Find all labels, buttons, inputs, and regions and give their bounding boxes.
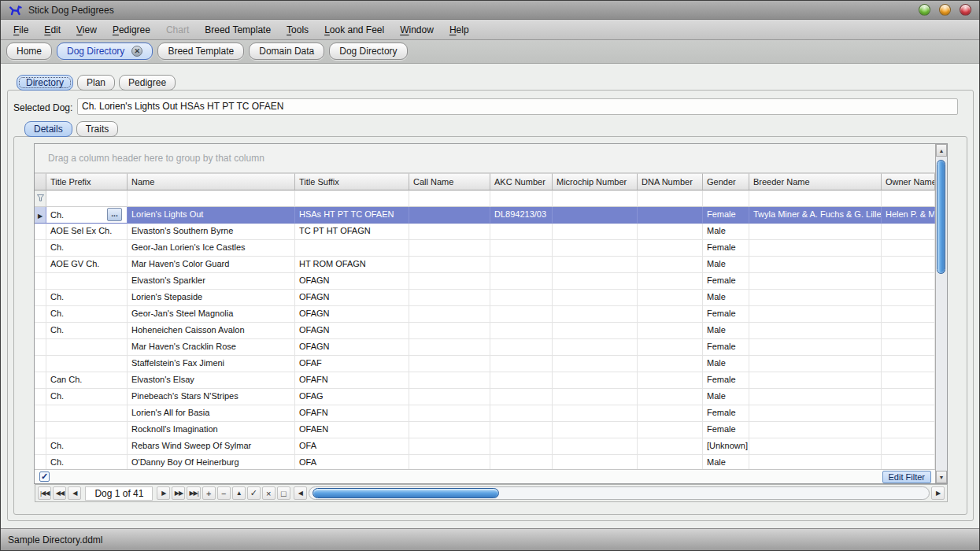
cell-akc-number[interactable] [490, 389, 553, 405]
cell-call-name[interactable] [409, 438, 490, 455]
cell-name[interactable]: Hoheneichen Caisson Avalon [128, 323, 295, 339]
tab-domain-data[interactable]: Domain Data [249, 43, 324, 60]
menu-edit[interactable]: Edit [36, 22, 68, 38]
cell-akc-number[interactable] [490, 372, 553, 389]
table-row[interactable]: Mar Haven's Cracklin RoseOFAGNFemale [35, 339, 935, 356]
cell-title-prefix[interactable]: Ch. [46, 306, 128, 323]
cell-akc-number[interactable] [490, 290, 553, 306]
cell-title-prefix[interactable]: Ch. [46, 389, 128, 405]
cell-microchip-number[interactable] [553, 438, 638, 455]
cell-call-name[interactable] [409, 422, 490, 438]
menu-window[interactable]: Window [392, 22, 442, 38]
horizontal-scroll-thumb[interactable] [312, 488, 499, 498]
cell-microchip-number[interactable] [553, 257, 638, 273]
selected-dog-field[interactable]: Ch. Lorien's Lights Out HSAs HT PT TC OF… [77, 98, 958, 115]
cell-dna-number[interactable] [638, 422, 703, 438]
nav-stop-icon[interactable]: □ [277, 486, 290, 500]
menu-file[interactable]: File [6, 22, 36, 38]
cell-title-prefix[interactable] [46, 405, 128, 422]
table-row[interactable]: AOE Sel Ex Ch.Elvaston's Southern ByrneT… [35, 224, 935, 240]
column-header-title-suffix[interactable]: Title Suffix [295, 173, 409, 190]
table-row[interactable]: Rocknoll's ImaginationOFAENFemale [35, 422, 935, 438]
cell-name[interactable]: Rocknoll's Imagination [128, 422, 295, 438]
tab-home[interactable]: Home [6, 43, 52, 60]
cell-title-suffix[interactable]: TC PT HT OFAGN [295, 224, 409, 240]
cell-microchip-number[interactable] [553, 207, 638, 224]
cell-title-prefix[interactable]: AOE GV Ch. [46, 257, 128, 273]
cell-breeder-name[interactable] [749, 455, 882, 469]
cell-breeder-name[interactable] [749, 323, 882, 339]
table-row[interactable]: ▶Ch....Lorien's Lights OutHSAs HT PT TC … [35, 207, 935, 224]
column-header-dna-number[interactable]: DNA Number [638, 173, 703, 190]
cell-dna-number[interactable] [638, 306, 703, 323]
cell-call-name[interactable] [409, 224, 490, 240]
cell-title-suffix[interactable] [295, 240, 409, 257]
cell-akc-number[interactable]: DL894213/03 [490, 207, 553, 224]
cell-name[interactable]: Pinebeach's Stars N'Stripes [128, 389, 295, 405]
ellipsis-button[interactable]: ... [107, 208, 122, 221]
cell-title-prefix[interactable]: Ch. [46, 438, 128, 455]
cell-title-prefix[interactable] [46, 356, 128, 372]
menu-chart[interactable]: Chart [158, 22, 197, 38]
cell-akc-number[interactable] [490, 422, 553, 438]
filter-cell-akc-number[interactable] [490, 190, 553, 207]
table-row[interactable]: Ch.Rebars Wind Sweep Of SylmarOFA[Unknow… [35, 438, 935, 455]
cell-microchip-number[interactable] [553, 306, 638, 323]
cell-gender[interactable]: Male [703, 224, 749, 240]
cell-breeder-name[interactable] [749, 306, 882, 323]
horizontal-scroll-track[interactable] [309, 486, 930, 500]
cell-dna-number[interactable] [638, 389, 703, 405]
filter-cell-dna-number[interactable] [638, 190, 703, 207]
table-row[interactable]: Ch.O'Danny Boy Of HeinerburgOFAMale [35, 455, 935, 469]
cell-owner-name[interactable] [882, 389, 935, 405]
tab-breed-template[interactable]: Breed Template [157, 43, 244, 60]
cell-akc-number[interactable] [490, 306, 553, 323]
scroll-down-icon[interactable]: ▼ [936, 471, 947, 483]
cell-title-suffix[interactable]: OFAGN [295, 323, 409, 339]
cell-microchip-number[interactable] [553, 455, 638, 469]
tab-pedigree[interactable]: Pedigree [119, 75, 176, 91]
cell-dna-number[interactable] [638, 323, 703, 339]
column-header-name[interactable]: Name [128, 173, 295, 190]
cell-owner-name[interactable] [882, 224, 935, 240]
cell-akc-number[interactable] [490, 405, 553, 422]
cell-call-name[interactable] [409, 389, 490, 405]
cell-dna-number[interactable] [638, 290, 703, 306]
menu-breed-template[interactable]: Breed Template [197, 22, 279, 38]
menu-look-and-feel[interactable]: Look and Feel [316, 22, 392, 38]
cell-dna-number[interactable] [638, 339, 703, 356]
cell-dna-number[interactable] [638, 224, 703, 240]
tab-dog-directory[interactable]: Dog Directory✕ [57, 43, 153, 60]
cell-microchip-number[interactable] [553, 422, 638, 438]
cell-gender[interactable]: Male [703, 323, 749, 339]
nav-edit-icon[interactable]: ▲ [232, 486, 246, 500]
filter-cell-breeder-name[interactable] [749, 190, 882, 207]
cell-title-prefix[interactable]: Ch. [46, 240, 128, 257]
cell-microchip-number[interactable] [553, 389, 638, 405]
window-maximize-button[interactable] [939, 4, 951, 16]
cell-dna-number[interactable] [638, 257, 703, 273]
tab-traits[interactable]: Traits [76, 121, 119, 137]
cell-microchip-number[interactable] [553, 372, 638, 389]
vertical-scroll-thumb[interactable] [937, 160, 945, 274]
cell-gender[interactable]: Male [703, 290, 749, 306]
nav-cancel-icon[interactable]: × [262, 486, 276, 500]
cell-akc-number[interactable] [490, 240, 553, 257]
cell-breeder-name[interactable] [749, 339, 882, 356]
cell-title-suffix[interactable]: OFA [295, 438, 409, 455]
column-header-call-name[interactable]: Call Name [409, 173, 490, 190]
nav-delete-icon[interactable]: − [217, 486, 231, 500]
cell-gender[interactable]: Male [703, 257, 749, 273]
column-header-owner-name[interactable]: Owner Name [882, 173, 935, 190]
cell-breeder-name[interactable] [749, 422, 882, 438]
cell-name[interactable]: Elvaston's Sparkler [128, 273, 295, 290]
filter-cell-call-name[interactable] [409, 190, 490, 207]
cell-title-prefix[interactable] [46, 339, 128, 356]
cell-dna-number[interactable] [638, 273, 703, 290]
cell-akc-number[interactable] [490, 339, 553, 356]
tab-close-icon[interactable]: ✕ [131, 46, 142, 57]
cell-name[interactable]: Staffelstein's Fax Jimeni [128, 356, 295, 372]
cell-microchip-number[interactable] [553, 224, 638, 240]
column-header-gender[interactable]: Gender [703, 173, 749, 190]
tab-plan[interactable]: Plan [77, 75, 115, 91]
